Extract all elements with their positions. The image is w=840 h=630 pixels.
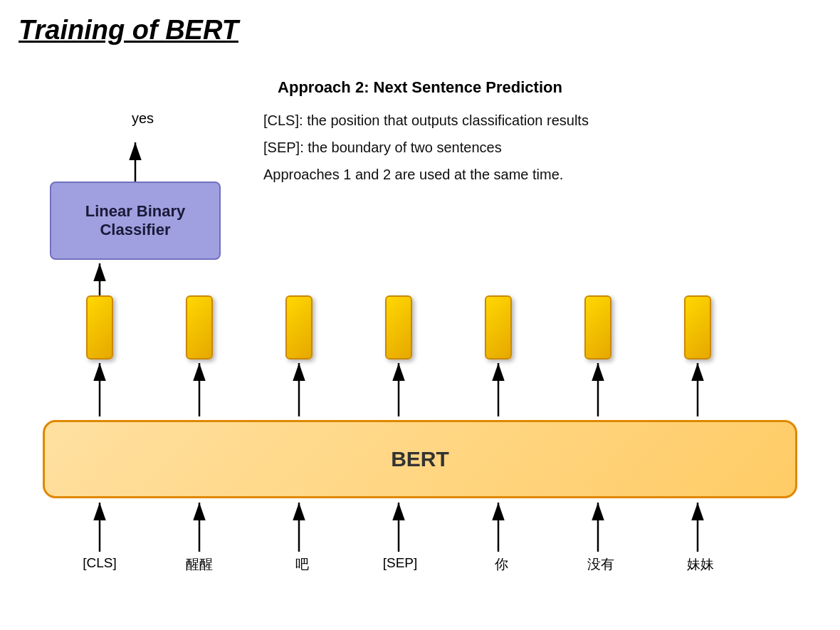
bert-label: BERT [391,447,449,471]
input-label: 你 [495,557,508,572]
input-label: [SEP] [383,555,418,570]
pillar-token6 [584,295,611,359]
annotation-2: [SEP]: the boundary of two sentences [263,137,819,157]
pillar-sep [385,295,412,359]
input-token-7: 妹妹 [672,555,729,574]
classifier-box: Linear BinaryClassifier [50,182,221,260]
pillar-cls [86,295,113,359]
token-pillar [186,295,213,359]
page-title: Training of BERT [19,15,238,46]
annotation-1: [CLS]: the position that outputs classif… [263,110,819,130]
input-token-2: 醒醒 [171,555,228,574]
pillar-token2 [186,295,213,359]
input-token-6: 没有 [572,555,629,574]
input-token-3: 吧 [280,555,323,574]
token-pillar [86,295,113,359]
input-label: 妹妹 [687,557,714,572]
input-token-cls: [CLS] [71,555,128,571]
input-label: [CLS] [83,555,117,570]
input-label: 醒醒 [186,557,213,572]
bert-box: BERT [43,420,797,498]
token-pillar [385,295,412,359]
pillar-token5 [485,295,512,359]
token-pillar [584,295,611,359]
subtitle: Approach 2: Next Sentence Prediction [0,78,840,97]
input-label: 没有 [587,557,614,572]
pillar-token7 [684,295,711,359]
token-pillar [485,295,512,359]
input-label: 吧 [295,557,309,572]
classifier-label: Linear BinaryClassifier [85,202,186,239]
input-token-5: 你 [480,555,523,574]
yes-label: yes [132,110,154,127]
pillar-token3 [285,295,313,359]
annotation-3: Approaches 1 and 2 are used at the same … [263,164,819,184]
token-pillar [684,295,711,359]
token-pillar [285,295,313,359]
annotation-area: [CLS]: the position that outputs classif… [263,110,819,191]
input-token-sep: [SEP] [370,555,430,571]
